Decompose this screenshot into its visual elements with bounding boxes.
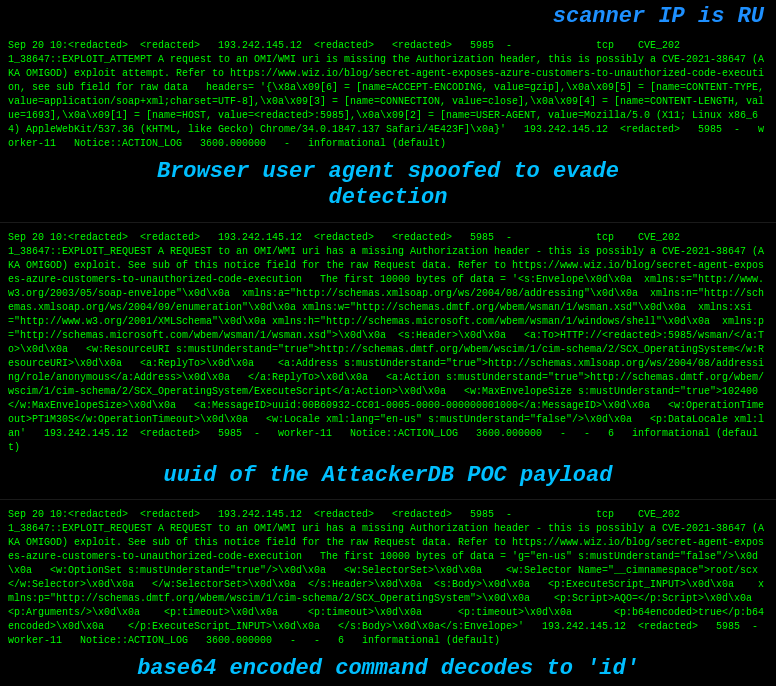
page-container: scanner IP is RU Sep 20 10:<redacted> <r… <box>0 0 776 686</box>
scanner-annotation-bar: scanner IP is RU <box>0 0 776 31</box>
annotation-2: uuid of the AttackerDB POC payload <box>8 457 768 493</box>
scanner-annotation-text: scanner IP is RU <box>553 4 764 29</box>
section-3: Sep 20 10:<redacted> <redacted> 193.242.… <box>0 500 776 686</box>
log-block-2: Sep 20 10:<redacted> <redacted> 193.242.… <box>8 229 768 457</box>
section-1: Sep 20 10:<redacted> <redacted> 193.242.… <box>0 31 776 223</box>
section-2: Sep 20 10:<redacted> <redacted> 193.242.… <box>0 223 776 500</box>
annotation-3: base64 encoded command decodes to 'id' <box>8 650 768 686</box>
log-block-1: Sep 20 10:<redacted> <redacted> 193.242.… <box>8 37 768 153</box>
log-block-3: Sep 20 10:<redacted> <redacted> 193.242.… <box>8 506 768 650</box>
annotation-1: Browser user agent spoofed to evadedetec… <box>8 153 768 216</box>
